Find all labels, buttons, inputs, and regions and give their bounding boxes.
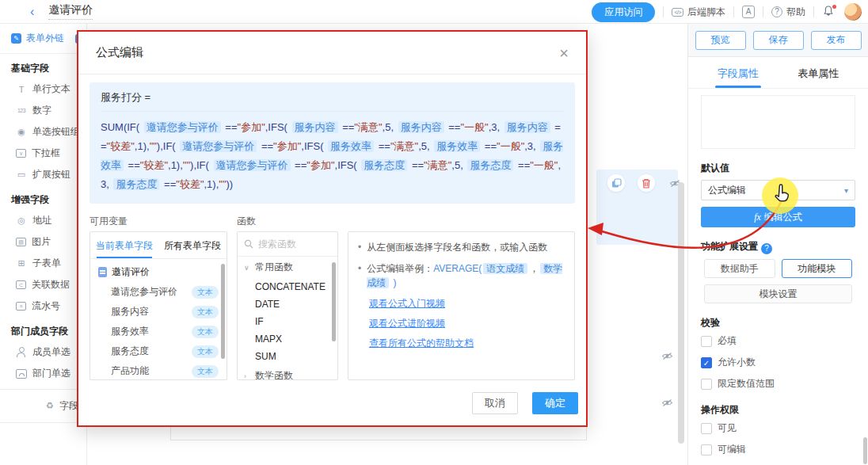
cancel-button[interactable]: 取消: [472, 392, 518, 414]
variables-tab-0[interactable]: 当前表单字段: [90, 232, 158, 258]
help-link[interactable]: 查看所有公式的帮助文档: [369, 337, 565, 350]
sidebar-item-流水号[interactable]: ≡流水号: [0, 295, 86, 317]
checkbox-限定数值范围[interactable]: 限定数值范围: [701, 377, 855, 391]
notification-bell-icon[interactable]: [822, 5, 836, 19]
formula-field-token[interactable]: 服务效率: [328, 140, 374, 152]
checkbox-可见[interactable]: 可见: [701, 421, 855, 435]
预览-button[interactable]: 预览: [695, 31, 746, 50]
selected-field-panel[interactable]: [596, 170, 678, 245]
help-button[interactable]: ? 帮助: [771, 6, 805, 19]
divider: [733, 6, 734, 17]
sidebar-item-成员单选[interactable]: 成员单选: [0, 341, 86, 363]
copy-icon[interactable]: [607, 174, 625, 192]
checkbox-box[interactable]: ✓: [701, 357, 712, 368]
function-item-MAPX[interactable]: MAPX: [238, 330, 337, 348]
tab-form-external-link[interactable]: 表单外链: [26, 32, 64, 45]
formula-field-token[interactable]: 服务态度: [467, 159, 513, 171]
canvas-scrollbar[interactable]: [678, 182, 684, 444]
variable-field-row[interactable]: 产品功能文本: [90, 361, 227, 380]
checkbox-box[interactable]: [701, 336, 712, 347]
formula-field-token[interactable]: 服务态度: [361, 159, 407, 171]
formula-input-area[interactable]: 服务打分 = SUM(IF( 邀请您参与评价 =="参加",IFS( 服务内容 …: [89, 82, 575, 204]
formula-field-token[interactable]: 邀请您参与评价: [180, 140, 257, 152]
variables-tab-1[interactable]: 所有表单字段: [158, 232, 227, 258]
formula-text[interactable]: SUM(IF( 邀请您参与评价 =="参加",IFS( 服务内容 =="满意",…: [101, 118, 566, 194]
notification-dot: [832, 5, 836, 9]
sidebar-item-单行文本[interactable]: T单行文本: [0, 78, 86, 100]
backend-script-button[interactable]: </> 后端脚本: [672, 6, 725, 19]
function-item-DATE[interactable]: DATE: [238, 295, 337, 313]
checkbox-box[interactable]: [701, 423, 712, 434]
数据助手-button[interactable]: 数据助手: [704, 259, 775, 278]
formula-field-token[interactable]: 服务内容: [292, 121, 338, 133]
form-node[interactable]: 邀请评价: [90, 259, 227, 282]
function-item-CONCATENATE[interactable]: CONCATENATE: [238, 278, 337, 295]
formula-token: "较差": [140, 159, 168, 171]
tab-表单属性[interactable]: 表单属性: [779, 57, 859, 88]
field-recycle-bin[interactable]: ♻ 字段: [0, 394, 86, 417]
default-value-select[interactable]: 公式编辑 ▾: [701, 180, 855, 200]
sidebar-item-关联数据[interactable]: ⊂关联数据: [0, 274, 86, 295]
保存-button[interactable]: 保存: [753, 31, 804, 50]
help-link[interactable]: 观看公式入门视频: [369, 297, 565, 311]
checkbox-必填[interactable]: 必填: [701, 334, 855, 348]
sidebar-item-单选按钮组[interactable]: ◉单选按钮组: [0, 121, 86, 143]
function-group-数学函数[interactable]: ›数学函数: [238, 365, 337, 380]
formula-field-token[interactable]: 邀请您参与评价: [214, 159, 291, 171]
form-field-behind-modal[interactable]: [170, 426, 587, 440]
sidebar-item-数字[interactable]: 123数字: [0, 100, 86, 121]
variable-field-row[interactable]: 服务内容文本: [90, 302, 227, 322]
功能模块-button[interactable]: 功能模块: [782, 259, 853, 278]
sidebar-section-heading: 基础字段: [0, 54, 86, 78]
delete-icon[interactable]: [638, 174, 655, 192]
eye-off-icon[interactable]: [661, 350, 673, 364]
app-access-button[interactable]: 应用访问: [592, 2, 655, 22]
formula-field-token[interactable]: 服务内容: [504, 121, 550, 133]
close-icon[interactable]: ×: [559, 45, 569, 61]
confirm-button[interactable]: 确定: [532, 392, 578, 414]
formula-field-token[interactable]: 服务效率: [434, 140, 480, 152]
function-item-SUM[interactable]: SUM: [238, 348, 337, 365]
variable-field-row[interactable]: 邀请您参与评价文本: [90, 282, 227, 302]
help-link[interactable]: 观看公式进阶视频: [369, 317, 565, 330]
checkbox-允许小数[interactable]: ✓允许小数: [701, 356, 855, 369]
avatar[interactable]: [844, 3, 862, 21]
back-button[interactable]: ‹: [30, 6, 34, 18]
chevron-down-icon: ▾: [844, 186, 848, 195]
divider: [813, 6, 814, 17]
sidebar-item-扩展按钮[interactable]: ▭扩展按钮: [0, 164, 86, 185]
edit-formula-button[interactable]: fx 编辑公式: [701, 207, 855, 227]
checkbox-可编辑[interactable]: 可编辑: [701, 443, 855, 456]
variable-field-row[interactable]: 服务效率文本: [90, 322, 227, 341]
sidebar-item-下拉框[interactable]: ∨下拉框: [0, 143, 86, 164]
formula-token: ==: [258, 140, 273, 152]
variables-scrollbar[interactable]: [221, 264, 225, 359]
functions-scrollbar[interactable]: [332, 262, 336, 341]
help-badge-icon[interactable]: ?: [761, 243, 772, 254]
language-icon[interactable]: A: [742, 6, 755, 18]
field-type-badge: 文本: [192, 365, 219, 378]
sidebar-item-地址[interactable]: ◎地址: [0, 210, 86, 231]
formula-field-token[interactable]: 服务内容: [398, 121, 444, 133]
module-settings-button[interactable]: 模块设置: [704, 284, 852, 303]
tab-字段属性[interactable]: 字段属性: [698, 57, 779, 88]
checkbox-box[interactable]: [701, 379, 712, 390]
sidebar-item-子表单[interactable]: ⊞子表单: [0, 253, 86, 274]
function-search-input[interactable]: [258, 238, 325, 250]
formula-field-token[interactable]: 邀请您参与评价: [144, 121, 221, 133]
page-scrollbar[interactable]: [863, 437, 867, 464]
checkbox-box[interactable]: [701, 444, 712, 455]
function-group-常用函数[interactable]: ∨常用函数: [238, 257, 337, 278]
divider: [663, 6, 664, 17]
variable-field-row[interactable]: 服务态度文本: [90, 341, 227, 361]
tips-panel: • 从左侧面板选择字段名和函数，或输入函数 • 公式编辑举例：AVERAGE(语…: [348, 231, 575, 380]
发布-button[interactable]: 发布: [811, 31, 862, 50]
function-item-IF[interactable]: IF: [238, 313, 337, 330]
eye-off-icon[interactable]: [661, 397, 673, 411]
recycle-icon: ♻: [44, 401, 55, 412]
formula-field-token[interactable]: 服务态度: [113, 178, 159, 190]
image-icon: ▨: [16, 238, 26, 246]
sidebar-item-图片[interactable]: ▨图片: [0, 231, 86, 253]
formula-token: ),IF(: [157, 140, 178, 152]
sidebar-item-部门单选[interactable]: 部门单选: [0, 363, 86, 384]
